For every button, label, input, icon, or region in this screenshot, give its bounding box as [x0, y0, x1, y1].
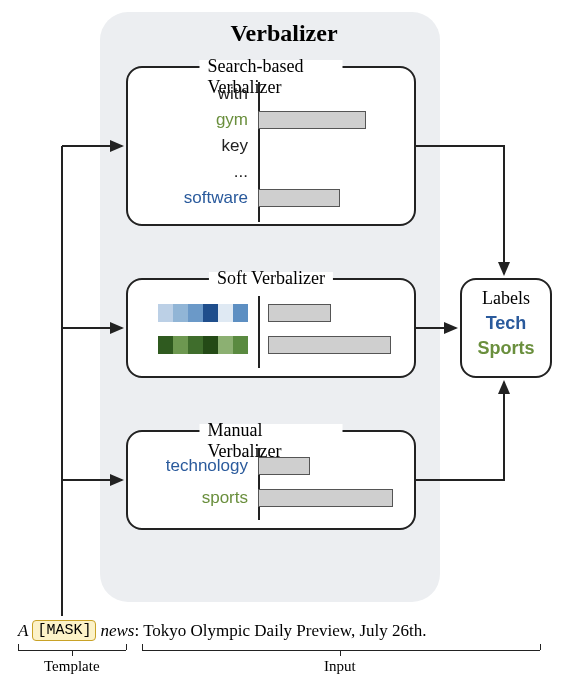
soft-verbalizer-title: Soft Verbalizer — [217, 268, 325, 288]
example-sentence: A [MASK] news: Tokyo Olympic Daily Previ… — [18, 620, 427, 641]
soft-verbalizer-box: Soft Verbalizer — [126, 278, 416, 378]
manual-word-sports: sports — [128, 488, 248, 508]
soft-row-blue — [158, 304, 331, 322]
brace-tick — [142, 644, 143, 650]
template-label: Template — [44, 658, 100, 675]
brace-tick — [340, 650, 341, 656]
labels-title: Labels — [462, 288, 550, 309]
search-row-software: software — [128, 188, 408, 208]
mask-token: [MASK] — [32, 620, 96, 641]
search-word-key: key — [128, 136, 248, 156]
brace-tick — [72, 650, 73, 656]
manual-bar-sports — [258, 489, 393, 507]
soft-embedding-green — [158, 336, 248, 354]
labels-item-tech: Tech — [462, 313, 550, 334]
search-bar-software — [258, 189, 340, 207]
brace-tick — [18, 644, 19, 650]
soft-embedding-blue — [158, 304, 248, 322]
soft-bar-green — [268, 336, 391, 354]
search-row-gym: gym — [128, 110, 408, 130]
brace-tick — [126, 644, 127, 650]
brace-tick — [540, 644, 541, 650]
manual-bar-technology — [258, 457, 310, 475]
manual-word-technology: technology — [128, 456, 248, 476]
soft-row-green — [158, 336, 391, 354]
search-word-software: software — [128, 188, 248, 208]
sentence-prefix-a: A — [18, 621, 28, 641]
diagram-canvas: Verbalizer Search-based Verbalizer with … — [0, 0, 568, 680]
search-word-ellipsis: ... — [128, 162, 248, 182]
sentence-news: news: — [100, 621, 139, 641]
search-row-key: key — [128, 136, 408, 156]
manual-verbalizer-title: Manual Verbalizer — [208, 420, 282, 461]
search-row-with: with — [128, 84, 408, 104]
soft-verbalizer-title-wrap: Soft Verbalizer — [209, 268, 333, 289]
search-bar-gym — [258, 111, 366, 129]
search-row-ellipsis: ... — [128, 162, 408, 182]
sentence-input: Tokyo Olympic Daily Preview, July 26th. — [143, 621, 426, 641]
manual-row-technology: technology — [128, 456, 310, 476]
diagram-title: Verbalizer — [0, 20, 568, 47]
labels-box: Labels Tech Sports — [460, 278, 552, 378]
input-brace — [142, 650, 540, 651]
manual-row-sports: sports — [128, 488, 393, 508]
manual-verbalizer-box: Manual Verbalizer technology sports — [126, 430, 416, 530]
search-verbalizer-box: Search-based Verbalizer with gym key ...… — [126, 66, 416, 226]
soft-bar-blue — [268, 304, 331, 322]
labels-item-sports: Sports — [462, 338, 550, 359]
search-word-with: with — [128, 84, 248, 104]
search-word-gym: gym — [128, 110, 248, 130]
input-label: Input — [324, 658, 356, 675]
